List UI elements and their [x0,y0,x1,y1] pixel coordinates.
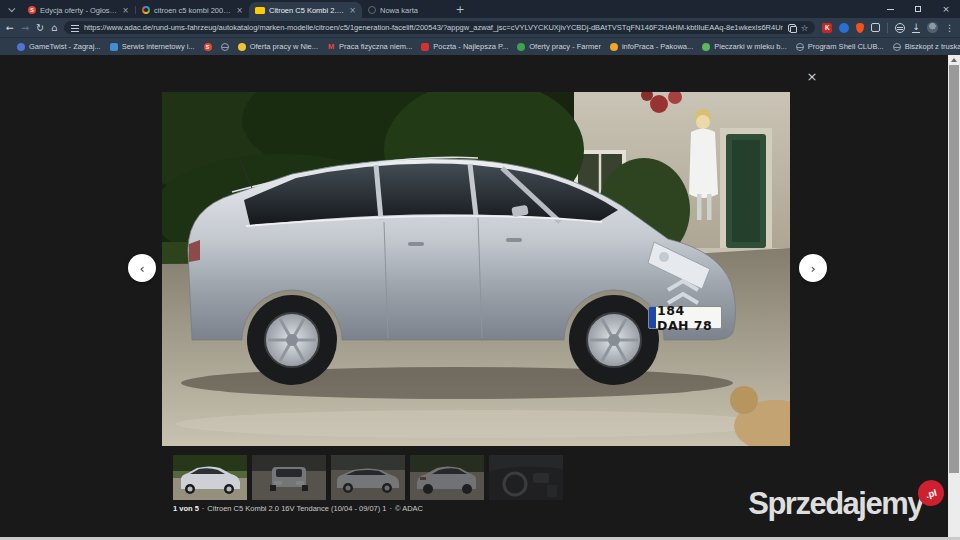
bookmark-site[interactable] [221,43,229,51]
minimize-icon [887,9,894,10]
adblock-icon[interactable] [895,23,905,33]
bookmark-poczta[interactable]: Poczta - Najlepsza P... [421,42,508,51]
bookmark-label: Program Shell CLUB... [808,42,884,51]
bookmark-oferta-pracy[interactable]: Oferta pracy w Nie... [238,42,318,51]
image-caption: 1 von 5·Citroen C5 Kombi 2.0 16V Tendanc… [173,504,423,513]
orange-badge-icon [610,43,618,51]
bookmark-praca-fizyczna[interactable]: MPraca fizyczna niem... [327,42,412,51]
download-icon[interactable]: ↓ [912,23,920,33]
tab-title: Edycja oferty - Ogłoszenia sp... [40,6,118,15]
thumbnail-front-side[interactable] [173,455,247,500]
extension-k-icon[interactable]: K [822,23,832,33]
minimize-button[interactable] [876,0,904,18]
gallery-lightbox: × [0,55,960,537]
chevron-down-icon [8,5,15,12]
bookmark-serwis[interactable]: Serwis internetowy i... [110,42,195,51]
bookmark-label: Pieczarki w mleku b... [714,42,787,51]
caption-title: Citroen C5 Kombi 2.0 16V Tendance (10/04… [207,504,386,513]
bookmark-label: GameTwist - Zagraj... [29,42,101,51]
mail-red-icon [421,43,429,51]
website-icon [110,43,118,51]
tab-close-icon[interactable]: × [122,6,129,15]
window-close-button[interactable]: × [932,0,960,18]
gallery-image: 184 DAH 78 [162,92,790,446]
m-red-icon: M [327,43,335,51]
thumbnail-rear[interactable] [410,455,484,500]
tab-edycja-oferty[interactable]: S Edycja oferty - Ogłoszenia sp... × [22,2,135,18]
tab-title: citroen c5 kombi 2005 rok - Sz... [154,6,232,15]
toolbar-divider [887,23,888,33]
gametwist-icon [17,43,25,51]
profile-avatar[interactable] [927,22,938,33]
bookmark-label: Oferta pracy w Nie... [250,42,318,51]
bookmark-star-icon[interactable]: ☆ [801,23,809,33]
thumbnail-strip [173,455,563,500]
scrollbar[interactable] [948,55,960,537]
tab-close-icon[interactable]: × [236,6,243,15]
browser-toolbar: ← → ↻ ⌂ https://www.adac.de/rund-ums-fah… [0,18,960,37]
globe-icon [221,43,229,51]
bookmark-biszkopt[interactable]: Biszkopt z truskawk... [893,42,960,51]
license-plate: 184 DAH 78 [648,306,722,329]
bookmark-sprzedajemy[interactable]: S [204,43,212,51]
google-favicon-icon [142,6,150,14]
window-controls: × [876,0,960,18]
sprzedajemy-icon: S [204,43,212,51]
extension-box-icon[interactable] [871,23,880,32]
bookmark-gametwist[interactable]: GameTwist - Zagraj... [17,42,101,51]
bookmark-label: Oferty pracy - Farmer [529,42,601,51]
bookmarks-bar: GameTwist - Zagraj... Serwis internetowy… [0,37,960,55]
translate-icon[interactable] [788,24,796,32]
bookmark-label: Serwis internetowy i... [122,42,195,51]
default-favicon-icon [368,6,376,14]
bookmark-farmer[interactable]: Oferty pracy - Farmer [517,42,601,51]
prev-button[interactable]: ‹ [128,254,156,282]
bookmark-shell[interactable]: Program Shell CLUB... [796,42,884,51]
home-icon[interactable]: ⌂ [51,22,57,33]
address-bar[interactable]: https://www.adac.de/rund-ums-fahrzeug/au… [64,21,816,34]
next-button[interactable]: › [799,254,827,282]
extension-flame-icon[interactable] [856,23,864,33]
globe-icon [893,43,901,51]
tab-title: Nowa karta [380,6,444,15]
green-badge-icon [517,43,525,51]
scrollbar-up-arrow[interactable] [948,55,960,65]
url-text[interactable]: https://www.adac.de/rund-ums-fahrzeug/au… [84,23,783,32]
caption-copyright: © ADAC [395,504,423,513]
reload-icon[interactable]: ↻ [36,22,44,33]
green-leaf-icon [702,43,710,51]
bookmark-label: infoPraca - Pakowa... [622,42,693,51]
scrollbar-thumb[interactable] [949,65,959,473]
back-icon[interactable]: ← [6,22,14,33]
tab-new-tab[interactable]: Nowa karta [362,2,450,18]
globe-icon [796,43,804,51]
extension-blue-icon[interactable] [839,23,849,33]
new-tab-button[interactable]: + [452,1,468,17]
sprzedajemy-favicon-icon: S [28,6,36,14]
browser-window: S Edycja oferty - Ogłoszenia sp... × cit… [0,0,960,540]
menu-icon[interactable]: ⋮ [945,23,954,33]
caption-separator: · [202,504,205,513]
bookmark-label: Poczta - Najlepsza P... [433,42,508,51]
thumbnail-front[interactable] [252,455,326,500]
site-info-icon[interactable] [71,24,79,32]
watermark-brand: Sprzedajemy [748,488,923,519]
yellow-badge-icon [238,43,246,51]
caption-index: 1 von 5 [173,504,199,513]
caption-separator: · [389,504,392,513]
thumbnail-side[interactable] [331,455,405,500]
forward-icon[interactable]: → [21,22,29,33]
bookmark-infopraca[interactable]: infoPraca - Pakowa... [610,42,693,51]
tab-strip: S Edycja oferty - Ogłoszenia sp... × cit… [0,0,960,18]
tab-google-search[interactable]: citroen c5 kombi 2005 rok - Sz... × [136,2,249,18]
tab-close-icon[interactable]: × [349,6,356,15]
bookmark-label: Praca fizyczna niem... [339,42,412,51]
tab-search-chevron-icon[interactable] [4,1,20,17]
thumbnail-interior[interactable] [489,455,563,500]
bookmark-pieczarki[interactable]: Pieczarki w mleku b... [702,42,787,51]
close-icon[interactable]: × [804,68,820,84]
tab-adac-active[interactable]: Citroen C5 Kombi 2.0 16V Tend... × [249,2,362,18]
tab-title: Citroen C5 Kombi 2.0 16V Tend... [269,6,345,15]
bookmark-label: Biszkopt z truskawk... [905,42,960,51]
maximize-button[interactable] [904,0,932,18]
